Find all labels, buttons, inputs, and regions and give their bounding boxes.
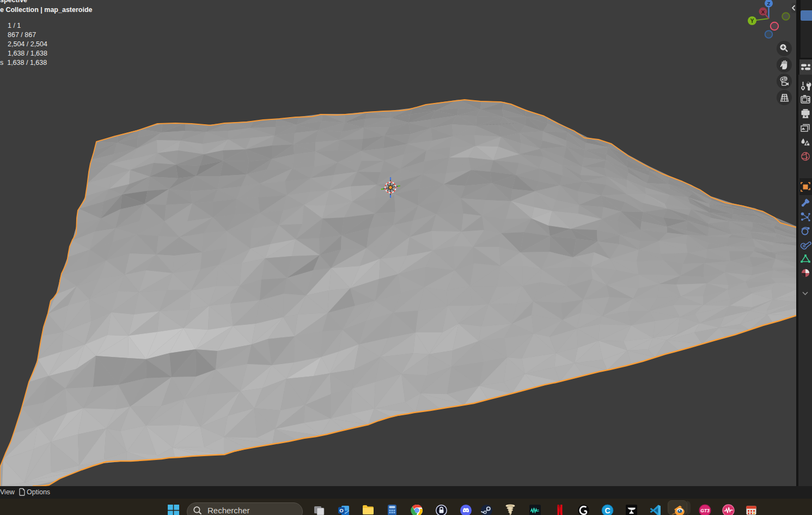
- svg-text:O: O: [339, 507, 343, 513]
- svg-text:X: X: [761, 9, 765, 15]
- svg-text:GT3: GT3: [700, 508, 710, 513]
- svg-text:Z: Z: [767, 1, 771, 7]
- svg-text:Y: Y: [750, 18, 754, 24]
- svg-text:C: C: [605, 506, 610, 514]
